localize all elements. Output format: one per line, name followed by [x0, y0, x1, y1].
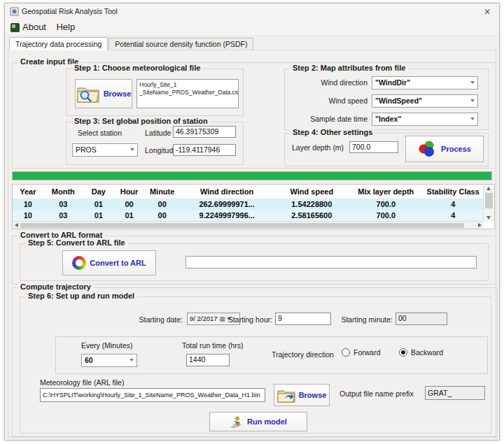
column-header[interactable]: Mix layer depth: [349, 185, 422, 199]
station-value: PROS: [76, 145, 97, 154]
tab-trajectory-data-processing[interactable]: Trajectory data processing: [9, 37, 108, 50]
met-file-field[interactable]: C:\HYSPLIT\working\Hourly_Site_1_SiteNam…: [40, 388, 265, 402]
step2-group: Step 2: Map attributes from file Wind di…: [284, 69, 489, 130]
run-model-label: Run model: [247, 417, 287, 426]
chevron-down-icon: [130, 148, 134, 151]
scroll-up-icon[interactable]: [486, 187, 491, 190]
convert-to-arl-button[interactable]: Convert to ARL: [62, 250, 156, 275]
rgb-circles-icon: [418, 140, 438, 158]
process-button[interactable]: Process: [405, 136, 484, 162]
column-header[interactable]: Wind speed: [274, 185, 349, 199]
longitude-field[interactable]: -119.4117946: [173, 144, 236, 156]
select-station-label: Select station: [78, 129, 122, 137]
wind-direction-select[interactable]: "WindDir": [372, 76, 478, 89]
scroll-left-icon[interactable]: [15, 223, 18, 227]
browse-arl-button[interactable]: Browse: [274, 384, 330, 406]
vertical-scrollbar[interactable]: [483, 185, 494, 222]
process-progress-bar: [12, 171, 492, 180]
latitude-label: Latitude: [145, 129, 171, 137]
convert-arl-group: Convert to ARL format Step 5: Convert to…: [12, 236, 496, 285]
meteo-file-line2: _SiteName_PROS_Weather_Data.csv: [139, 89, 236, 96]
sample-date-time-value: "Index": [375, 115, 401, 123]
output-prefix-label: Output file name prefix: [340, 389, 414, 398]
menu-item-about[interactable]: About: [21, 20, 52, 32]
step2-title: Step 2: Map attributes from file: [290, 64, 408, 72]
total-run-time-label: Total run time (hrs): [182, 341, 244, 350]
compute-trajectory-title: Compute trajectory: [18, 282, 94, 291]
color-ring-icon: [72, 256, 86, 270]
step5-title: Step 5: Convert to ARL file: [25, 238, 128, 247]
horizontal-scroll-thumb[interactable]: [20, 223, 464, 228]
station-select[interactable]: PROS: [72, 143, 138, 157]
forward-radio[interactable]: Forward: [342, 348, 381, 357]
folder-search-icon: [76, 85, 100, 103]
table-cell: 00: [144, 210, 179, 221]
weather-data-table: Year Month Day Hour Minute Wind directio…: [12, 184, 495, 229]
column-header[interactable]: Wind direction: [180, 185, 274, 199]
table-cell: 2.58165600: [274, 210, 349, 221]
table-cell: 00: [144, 199, 179, 210]
radio-circle-icon: [399, 348, 407, 357]
column-header[interactable]: Minute: [144, 185, 179, 199]
table-cell: 4: [422, 199, 483, 210]
table-cell: 262.69999971...: [180, 199, 274, 210]
vertical-scroll-thumb[interactable]: [485, 193, 493, 208]
table-cell: 9.2249997996...: [180, 210, 274, 221]
step1-group: Step 1: Choose meteorological file Brows…: [66, 69, 244, 116]
process-label: Process: [441, 145, 471, 153]
sample-date-time-select[interactable]: "Index": [372, 113, 478, 126]
horizontal-scrollbar[interactable]: [13, 221, 484, 229]
chevron-down-icon: [470, 81, 475, 84]
browse-arl-label: Browse: [299, 391, 327, 399]
table-cell: 01: [83, 210, 114, 221]
menu-bar: About Help: [5, 20, 499, 36]
meteo-file-display: Hourly_Site_1 _SiteName_PROS_Weather_Dat…: [136, 79, 239, 108]
output-prefix-field[interactable]: GRAT_: [425, 386, 485, 400]
table-header-row: Year Month Day Hour Minute Wind directio…: [13, 185, 484, 199]
step3-title: Step 3: Set global position of station: [71, 117, 211, 125]
layer-depth-field[interactable]: 700.0: [349, 141, 398, 153]
column-header[interactable]: Stability Class: [422, 185, 483, 199]
app-icon: [10, 7, 19, 16]
wind-direction-value: "WindDir": [375, 78, 410, 87]
latitude-field[interactable]: 46.39175309: [173, 126, 236, 138]
starting-minute-field[interactable]: 00: [396, 313, 447, 325]
close-icon[interactable]: ✕: [475, 3, 499, 20]
column-header[interactable]: Hour: [114, 185, 145, 199]
every-minutes-select[interactable]: 60: [81, 354, 137, 367]
tab-psdf[interactable]: Potential source density function (PSDF): [108, 38, 253, 50]
table-body: Year Month Day Hour Minute Wind directio…: [13, 185, 484, 222]
arl-progress-bar: [186, 256, 477, 268]
scroll-down-icon[interactable]: [486, 216, 491, 220]
folder-arrow-icon: [277, 388, 295, 403]
backward-radio[interactable]: Backward: [399, 348, 443, 357]
menu-item-help[interactable]: Help: [55, 20, 80, 32]
scroll-right-icon[interactable]: [478, 223, 482, 227]
table-cell: 03: [43, 199, 83, 210]
starting-hour-field[interactable]: 9: [275, 313, 331, 325]
radio-circle-icon: [342, 348, 350, 357]
table-cell: 1.54228800: [274, 199, 349, 210]
step4-title: Step 4: Other settings: [290, 128, 375, 136]
run-model-button[interactable]: Run model: [209, 412, 307, 431]
run-settings-box: Every (Minutes) 60 Total run time (hrs) …: [55, 336, 488, 374]
wind-speed-select[interactable]: "WindSpeed": [372, 94, 478, 108]
table-cell: 700.0: [349, 210, 422, 221]
starting-date-label: Starting date:: [118, 315, 183, 324]
column-header[interactable]: Month: [43, 185, 83, 199]
browse-meteo-button[interactable]: Browse: [75, 79, 132, 108]
starting-hour-label: Starting hour:: [202, 315, 272, 324]
progress-fill: [13, 172, 491, 180]
table-row[interactable]: 10 03 01 00 00 262.69999971... 1.5422880…: [13, 199, 484, 210]
column-header[interactable]: Day: [83, 185, 114, 199]
every-minutes-value: 60: [85, 356, 93, 364]
column-header[interactable]: Year: [13, 185, 43, 199]
browse-meteo-label: Browse: [104, 89, 132, 98]
step4-group: Step 4: Other settings Layer depth (m) 7…: [284, 133, 489, 166]
table-row[interactable]: 10 03 01 01 00 9.2249997996... 2.5816560…: [13, 210, 484, 221]
total-run-time-field[interactable]: 1440: [186, 354, 230, 366]
table-cell: 10: [13, 199, 43, 210]
window-title: Geospatial Risk Analysis Tool: [22, 7, 118, 15]
starting-minute-label: Starting minute:: [334, 315, 393, 324]
step5-group: Step 5: Convert to ARL file Convert to A…: [20, 243, 489, 281]
